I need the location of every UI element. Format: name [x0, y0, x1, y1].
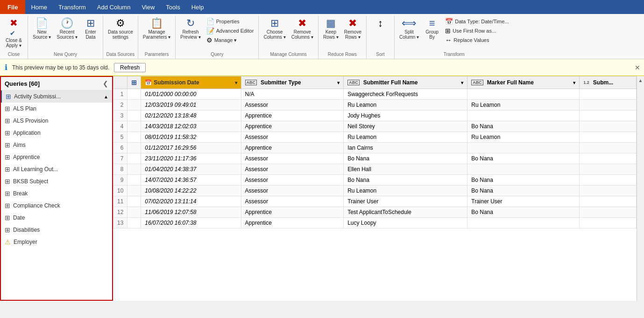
advanced-editor-button[interactable]: 📝 Advanced Editor — [204, 26, 257, 35]
properties-button[interactable]: 📄 Properties — [204, 17, 257, 26]
sort-button[interactable]: ↕ — [370, 17, 390, 31]
sidebar-item-bksb-subject[interactable]: ⊞ BKSB Subject — [1, 175, 112, 187]
row-number: 6 — [113, 143, 127, 153]
table-row[interactable]: 13 16/07/2020 16:07:38 Apprentice Lucy L… — [113, 218, 637, 228]
ribbon-group-close-items: ✖✔ Close &Apply ▾ — [3, 17, 25, 49]
info-refresh-button[interactable]: Refresh — [114, 63, 146, 72]
new-source-button[interactable]: 📄 NewSource ▾ — [30, 17, 54, 41]
sidebar-item-disabilities[interactable]: ⊞ Disabilities — [1, 224, 112, 236]
group-by-button[interactable]: ≡ GroupBy — [422, 17, 442, 41]
menu-home[interactable]: Home — [25, 0, 53, 14]
ribbon-group-data-sources-items: ⚙ Data sourcesettings — [105, 17, 136, 49]
als-plan-icon: ⊞ — [5, 105, 10, 112]
data-type-icon: 📅 — [445, 18, 453, 25]
sidebar-item-break[interactable]: ⊞ Break — [1, 187, 112, 200]
close-apply-button[interactable]: ✖✔ Close &Apply ▾ — [3, 17, 25, 49]
scroll-up-icon[interactable]: ▲ — [638, 78, 643, 83]
table-row[interactable]: 2 12/03/2019 09:49:01 Assessor Ru Leamon… — [113, 100, 637, 111]
sidebar-item-application[interactable]: ⊞ Application — [1, 127, 112, 139]
sidebar-item-aims[interactable]: ⊞ Aims — [1, 139, 112, 151]
info-close-button[interactable]: ✕ — [635, 64, 640, 71]
date-type-icon: 📅 — [145, 79, 152, 86]
refresh-preview-button[interactable]: ↻ RefreshPreview ▾ — [177, 17, 203, 41]
sidebar-collapse-button[interactable]: ❮ — [103, 80, 108, 87]
table-row[interactable]: 1 01/01/2000 00:00:00 N/A Swaggercheck F… — [113, 89, 637, 100]
menu-add-column[interactable]: Add Column — [92, 0, 136, 14]
sidebar-item-all-learning-out[interactable]: ⊞ All Learning Out... — [1, 163, 112, 175]
sidebar-item-activity-submissions[interactable]: ⊞ Activity Submissi... ▲ — [1, 90, 112, 103]
submitter-full-name-cell: Ru Leamon — [344, 100, 467, 111]
file-tab[interactable]: File — [0, 0, 25, 14]
subm-partial-cell — [580, 143, 637, 153]
table-row[interactable]: 3 02/12/2020 13:18:48 Apprentice Jody Hu… — [113, 111, 637, 121]
submitter-type-cell: N/A — [241, 89, 344, 100]
marker-full-name-dropdown-icon[interactable]: ▾ — [573, 80, 575, 85]
submission-date-header[interactable]: 📅 Submission Date ▾ — [141, 76, 241, 89]
remove-columns-button[interactable]: ✖ RemoveColumns ▾ — [289, 17, 316, 41]
table-row[interactable]: 6 01/12/2017 16:29:56 Apprentice Ian Cai… — [113, 143, 637, 153]
sidebar-item-compliance-check[interactable]: ⊞ Compliance Check — [1, 200, 112, 212]
right-scroll-panel: ▲ — [637, 76, 644, 301]
remove-rows-button[interactable]: ✖ RemoveRows ▾ — [341, 17, 364, 41]
table-row[interactable]: 8 01/04/2020 14:38:37 Assessor Ellen Hal… — [113, 164, 637, 175]
menu-tools[interactable]: Tools — [160, 0, 185, 14]
new-source-label: NewSource ▾ — [33, 29, 51, 40]
enter-data-button[interactable]: ⊞ EnterData — [80, 17, 101, 41]
table-row[interactable]: 9 14/07/2020 14:36:57 Assessor Bo Nana B… — [113, 175, 637, 186]
submitter-full-name-header[interactable]: ABC Submitter Full Name ▾ — [344, 76, 467, 89]
manage-parameters-icon: 📋 — [150, 18, 163, 28]
break-icon: ⊞ — [5, 190, 10, 197]
keep-rows-label: KeepRows ▾ — [323, 29, 339, 40]
transform-group-label: Transform — [396, 50, 512, 58]
ribbon-group-manage-columns: ⊞ ChooseColumns ▾ ✖ RemoveColumns ▾ Mana… — [259, 16, 318, 59]
replace-values-button[interactable]: ↔ Replace Values — [442, 35, 512, 45]
submitter-type-cell: Assessor — [241, 186, 344, 196]
remove-columns-label: RemoveColumns ▾ — [291, 29, 313, 40]
choose-columns-icon: ⊞ — [270, 18, 279, 28]
sidebar-item-apprentice[interactable]: ⊞ Apprentice — [1, 151, 112, 163]
recent-sources-button[interactable]: 🕐 RecentSources ▾ — [54, 17, 80, 41]
choose-columns-button[interactable]: ⊞ ChooseColumns ▾ — [261, 17, 288, 41]
menu-help[interactable]: Help — [186, 0, 210, 14]
manage-parameters-button[interactable]: 📋 ManageParameters ▾ — [140, 17, 173, 41]
subm-partial-header[interactable]: 1.2 Subm... — [580, 76, 637, 89]
data-type-label: Data Type: Date/Time... — [455, 19, 509, 24]
menu-transform[interactable]: Transform — [53, 0, 92, 14]
data-source-settings-button[interactable]: ⚙ Data sourcesettings — [105, 17, 136, 41]
submission-date-cell: 08/01/2019 11:58:32 — [141, 132, 241, 143]
keep-rows-button[interactable]: ▦ KeepRows ▾ — [320, 17, 341, 41]
submission-date-dropdown-icon[interactable]: ▾ — [235, 80, 237, 85]
row-number: 3 — [113, 111, 127, 121]
table-row[interactable]: 4 14/03/2018 12:02:03 Apprentice Neil St… — [113, 121, 637, 132]
submission-date-cell: 16/07/2020 16:07:38 — [141, 218, 241, 228]
submitter-type-cell: Assessor — [241, 196, 344, 207]
sidebar-item-date[interactable]: ⊞ Date — [1, 212, 112, 224]
row-number: 8 — [113, 164, 127, 175]
row-number: 13 — [113, 218, 127, 228]
submitter-full-name-cell: Ellen Hall — [344, 164, 467, 175]
manage-button[interactable]: ⚙ Manage ▾ — [204, 35, 257, 45]
group-by-label: GroupBy — [425, 29, 439, 40]
table-row[interactable]: 12 11/06/2019 12:07:58 Apprentice Test A… — [113, 207, 637, 218]
table-row[interactable]: 5 08/01/2019 11:58:32 Assessor Ru Leamon… — [113, 132, 637, 143]
submitter-full-name-dropdown-icon[interactable]: ▾ — [461, 80, 463, 85]
table-row[interactable]: 10 10/08/2020 14:22:22 Assessor Ru Leamo… — [113, 186, 637, 196]
compliance-check-label: Compliance Check — [13, 202, 60, 209]
break-label: Break — [13, 190, 28, 197]
ribbon-group-parameters: 📋 ManageParameters ▾ Parameters — [138, 16, 176, 59]
data-type-button[interactable]: 📅 Data Type: Date/Time... — [442, 17, 512, 26]
submitter-type-header[interactable]: ABC Submitter Type ▾ — [241, 76, 344, 89]
marker-full-name-header[interactable]: ABC Marker Full Name ▾ — [467, 76, 580, 89]
menu-view[interactable]: View — [136, 0, 160, 14]
use-first-row-button[interactable]: ⊞ Use First Row as... — [442, 26, 512, 35]
table-row[interactable]: 11 07/02/2020 13:11:14 Assessor Trainer … — [113, 196, 637, 207]
sidebar-item-als-provision[interactable]: ⊞ ALS Provision — [1, 115, 112, 127]
submitter-type-dropdown-icon[interactable]: ▾ — [337, 80, 340, 85]
sidebar-item-als-plan[interactable]: ⊞ ALS Plan — [1, 103, 112, 115]
sidebar-item-employer[interactable]: ⚠ Employer — [1, 236, 112, 248]
close-apply-label: Close &Apply ▾ — [6, 38, 22, 48]
table-row[interactable]: 7 23/11/2020 11:17:36 Assessor Bo Nana B… — [113, 153, 637, 164]
ribbon-group-new-query: 📄 NewSource ▾ 🕐 RecentSources ▾ ⊞ EnterD… — [28, 16, 103, 59]
split-column-button[interactable]: ⟺ SplitColumn ▾ — [396, 17, 422, 41]
replace-values-label: Replace Values — [453, 37, 489, 43]
